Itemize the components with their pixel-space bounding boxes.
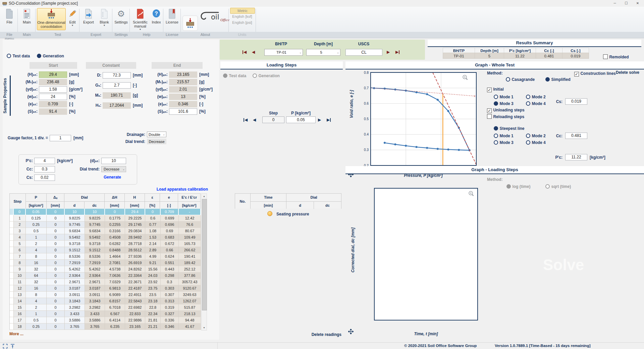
steepest-line-radio[interactable]: Steepest line <box>494 125 524 131</box>
cell-eps[interactable]: 2.14 <box>145 241 161 247</box>
remolded-checkbox[interactable]: Remolded <box>603 54 629 60</box>
previous-step-button[interactable]: ◀ <box>253 118 256 122</box>
row-selector[interactable] <box>10 260 14 266</box>
delete-solve-link[interactable]: Delete solve <box>616 70 639 75</box>
edit-button[interactable]: Edit ▾ <box>66 8 78 27</box>
cell-ec[interactable]: 3249.63 <box>179 292 201 298</box>
field-input[interactable]: 72.3 <box>103 72 131 79</box>
gauge-factor-input[interactable]: 1 <box>50 135 71 141</box>
generation-radio[interactable]: Generation <box>37 53 64 59</box>
cell-da[interactable]: 0 <box>47 241 65 247</box>
cell-dc[interactable]: 3.2982 <box>85 304 105 311</box>
cell-da[interactable]: 0 <box>47 260 65 266</box>
cell-dc[interactable]: 8.5336 <box>85 253 105 260</box>
cell-ec[interactable]: 76.6 <box>179 221 201 228</box>
settings-button[interactable]: ⚙ Settings <box>114 8 128 24</box>
cell-ec[interactable]: 80.67 <box>179 228 201 234</box>
table-row[interactable]: 00.0501010029.400.709- <box>10 209 201 215</box>
row-selector[interactable] <box>10 221 14 228</box>
cell-da[interactable]: 0 <box>47 215 65 221</box>
cell-e[interactable]: 0.303 <box>161 285 179 292</box>
units-ksf-button[interactable]: English [ksf] <box>230 14 254 19</box>
license-button[interactable]: License <box>165 8 179 24</box>
more-link[interactable]: More ... <box>9 332 23 336</box>
table-row[interactable]: 81607.29197.29192.708126.69199.210.55118… <box>10 260 201 266</box>
zoom-icon[interactable] <box>462 74 468 82</box>
cc-input[interactable]: 0.3 <box>34 166 55 172</box>
cell-da[interactable]: 0 <box>47 311 65 317</box>
cell-d[interactable]: 5.4262 <box>65 266 85 272</box>
load-apparatus-calibration-link[interactable]: Load apparatus calibration <box>107 187 208 192</box>
cell-h[interactable]: 28.5512 <box>125 247 145 253</box>
cell-d[interactable]: 8.5336 <box>65 253 85 260</box>
cell-p[interactable]: 0.5 <box>26 228 47 234</box>
row-selector[interactable] <box>10 285 14 292</box>
depth-select[interactable]: 5⌄ <box>306 49 340 56</box>
scroll-up-icon[interactable]: ▲ <box>202 194 207 199</box>
table-row[interactable]: 16103.4333.4336.56722.83322.340.327218.1… <box>10 311 201 317</box>
drainage-select[interactable]: Double ⌄ <box>147 132 166 137</box>
file-button[interactable]: File <box>3 8 16 24</box>
field-input[interactable]: 2.7 <box>103 82 131 89</box>
table-row[interactable]: 180.2503.7653.7656.23523.16521.210.34641… <box>10 323 201 330</box>
p-value-input[interactable]: 0.05 <box>286 116 316 123</box>
cell-dc[interactable]: 9.1512 <box>85 247 105 253</box>
cell-p[interactable]: 64 <box>26 272 47 279</box>
test-data-radio[interactable]: Test data <box>7 53 30 59</box>
cell-e[interactable]: 0.69 <box>161 228 179 234</box>
delete-readings-link[interactable]: Delete readings <box>241 332 341 337</box>
col-p[interactable]: P <box>26 194 46 202</box>
cell-d[interactable]: 10 <box>65 209 85 215</box>
cell-step[interactable]: 5 <box>14 241 26 247</box>
cell-da[interactable]: 0 <box>47 234 65 241</box>
cell-h[interactable]: 23.165 <box>125 323 145 330</box>
row-selector[interactable] <box>10 234 14 241</box>
cell-step[interactable]: 10 <box>14 272 26 279</box>
table-row[interactable]: 121603.01873.01876.981322.418723.750.303… <box>10 285 201 292</box>
cell-h[interactable]: 22.3671 <box>125 279 145 285</box>
cell-e[interactable]: 0.327 <box>161 311 179 317</box>
row-selector[interactable] <box>10 298 14 304</box>
cell-p[interactable]: 32 <box>26 279 47 285</box>
cell-dc[interactable]: 3.0187 <box>85 285 105 292</box>
steepest-mode2-radio[interactable]: Mode 2 <box>526 133 546 139</box>
fit-screen-icon[interactable] <box>3 344 8 349</box>
close-button[interactable]: ✕ <box>632 0 643 7</box>
cell-p[interactable]: 1 <box>26 234 47 241</box>
table-row[interactable]: 14403.18433.18436.815722.584323.180.3131… <box>10 298 201 304</box>
cell-e[interactable]: 0.709 <box>161 209 179 215</box>
cell-d[interactable]: 9.1512 <box>65 247 85 253</box>
cell-e[interactable]: 0.3 <box>161 279 179 285</box>
next-record-button[interactable]: ▶ <box>387 50 390 54</box>
cell-e[interactable]: 0.313 <box>161 298 179 304</box>
row-selector[interactable] <box>10 304 14 311</box>
cell-dh[interactable]: 0.1775 <box>105 215 125 221</box>
table-row[interactable]: 113202.96712.96717.032922.367123.920.330… <box>10 279 201 285</box>
cell-dh[interactable]: 6.9089 <box>105 292 125 298</box>
last-record-button[interactable]: ▶ <box>395 50 399 54</box>
field-input[interactable]: 29.4 <box>39 71 67 78</box>
cell-dh[interactable]: 7.0636 <box>105 272 125 279</box>
field-input[interactable]: 24 <box>39 94 67 100</box>
cell-dc[interactable]: 7.2919 <box>85 260 105 266</box>
cell-dh[interactable]: 4.5738 <box>105 266 125 272</box>
cell-d[interactable]: 9.5492 <box>65 234 85 241</box>
cell-step[interactable]: 14 <box>14 298 26 304</box>
field-input[interactable]: 101.6 <box>169 108 197 115</box>
cell-step[interactable]: 1 <box>14 215 26 221</box>
cell-h[interactable]: 22.833 <box>125 311 145 317</box>
scroll-down-icon[interactable]: ▼ <box>202 325 207 330</box>
next-step-button[interactable]: ▶ <box>318 118 321 122</box>
cell-step[interactable]: 4 <box>14 234 26 241</box>
cell-da[interactable]: 0 <box>47 209 65 215</box>
cell-ec[interactable]: 189.42 <box>179 260 201 266</box>
cell-e[interactable]: 0.696 <box>161 221 179 228</box>
cell-dc[interactable]: 3.0911 <box>85 292 105 298</box>
cell-dc[interactable]: 3.765 <box>85 323 105 330</box>
main-button[interactable]: Main <box>19 8 34 24</box>
cell-ec[interactable]: 1262.07 <box>179 298 201 304</box>
cell-p[interactable]: 8 <box>26 253 47 260</box>
cell-step[interactable]: 0 <box>14 209 26 215</box>
cell-h[interactable]: 22.5843 <box>125 298 145 304</box>
col-eps[interactable]: ε <box>145 194 160 202</box>
